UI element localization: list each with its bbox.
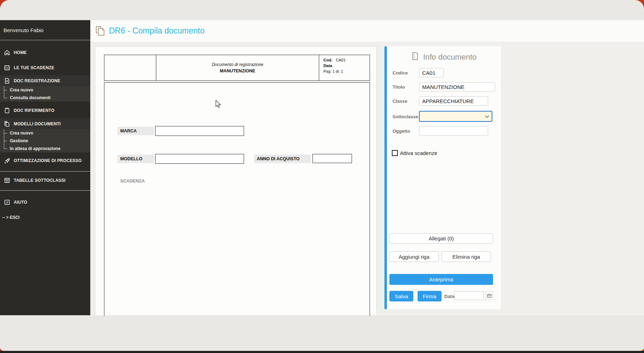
anno-di-acquisto-input[interactable]: [312, 154, 352, 163]
sidebar-item-doc-riferimento[interactable]: DOC RIFERIMENTO: [0, 105, 90, 116]
attiva-scadenze-row: Attiva scadenze: [392, 150, 437, 156]
calendar-icon: [4, 64, 11, 71]
scadenza-label: SCADENZA: [120, 179, 145, 184]
info-panel-title: Info documento: [423, 53, 477, 62]
titolo-label: Titolo: [393, 84, 405, 90]
chevron-down-icon: [485, 113, 490, 120]
info-panel: Info documento Codice Titolo Classe Sott…: [387, 46, 501, 309]
page-count-label: Pag: 1 di: 1: [323, 69, 370, 73]
sidebar-item-label: TABELLE SOTTOCLASSI: [14, 178, 66, 183]
sidebar-item-label: In attesa di approvazione: [10, 146, 60, 151]
data-field-label: Data: [444, 294, 454, 299]
sidebar-item-gestione[interactable]: Gestione: [0, 137, 90, 145]
sidebar-group-modelli-documenti: MODELLI DOCUMENTI Crea nuovo Gestione In…: [0, 118, 90, 152]
home-icon: [4, 49, 11, 56]
user-greeting: Benvenuto Fabio: [0, 20, 90, 40]
rocket-icon: [4, 157, 11, 164]
anteprima-button[interactable]: Anteprima: [389, 274, 493, 285]
sottoclasse-select[interactable]: [419, 111, 492, 122]
taskbar-strip: [0, 351, 644, 353]
documents-copy-icon: [4, 120, 11, 127]
document-copy-icon: [95, 25, 106, 38]
calendar-picker-button[interactable]: [486, 291, 493, 300]
sidebar-item-in-attesa[interactable]: In attesa di approvazione: [0, 145, 90, 152]
sidebar-item-crea-nuovo-mod[interactable]: Crea nuovo: [0, 129, 90, 137]
app-surface: Benvenuto Fabio HOME LE TUE SCADENZE DOC…: [0, 0, 644, 351]
sottoclasse-label: Sottoclasse: [393, 114, 418, 119]
info-document-icon: [411, 52, 419, 62]
info-panel-header: Info documento: [387, 52, 501, 62]
elimina-riga-button[interactable]: Elimina riga: [442, 251, 491, 262]
attiva-scadenze-label: Attiva scadenze: [400, 150, 437, 156]
salva-button[interactable]: Salva: [389, 291, 413, 301]
document-logo-cell: [104, 55, 156, 80]
oggetto-label: Oggetto: [393, 128, 410, 134]
sidebar-item-label: Gestione: [10, 138, 28, 143]
sidebar-item-tabelle-sottoclassi[interactable]: TABELLE SOTTOCLASSI: [0, 175, 90, 186]
codice-input[interactable]: [419, 68, 444, 77]
page-header: DR6 - Compila documento: [90, 20, 644, 42]
sidebar-divider: [0, 171, 90, 172]
sidebar-item-label: -- > ESCI: [2, 215, 20, 220]
page-title: DR6 - Compila documento: [109, 26, 205, 36]
document-body-table: [104, 82, 370, 316]
sidebar-item-aiuto[interactable]: ? AIUTO: [0, 197, 90, 208]
modello-label: MODELLO: [117, 155, 154, 163]
sidebar: Benvenuto Fabio HOME LE TUE SCADENZE DOC…: [0, 20, 90, 315]
sidebar-item-label: DOC RIFERIMENTO: [14, 108, 54, 113]
sidebar-item-scadenze[interactable]: LE TUE SCADENZE: [0, 62, 90, 73]
classe-input[interactable]: [419, 96, 488, 106]
anno-di-acquisto-label: ANNO DI ACQUISTO: [254, 155, 311, 163]
clipboard-icon: [4, 107, 11, 114]
marca-input[interactable]: [155, 126, 244, 136]
table-icon: [4, 177, 11, 184]
firma-button[interactable]: Firma: [418, 291, 442, 301]
cod-value: CA01: [336, 58, 346, 62]
svg-text:?: ?: [6, 201, 8, 204]
sidebar-item-label: Crea nuovo: [10, 131, 33, 136]
sidebar-item-doc-registrazione[interactable]: DOC REGISTRAZIONE: [0, 76, 90, 86]
sidebar-item-label: OTTIMIZZAZIONE DI PROCESSO: [14, 158, 82, 163]
sidebar-item-label: HOME: [14, 50, 27, 55]
codice-label: Codice: [393, 70, 408, 76]
document-preview: Documento di registrazione MANUTENZIONE …: [95, 46, 377, 315]
classe-label: Classe: [393, 98, 407, 104]
document-title-cell: Documento di registrazione MANUTENZIONE: [156, 55, 319, 80]
help-icon: ?: [4, 199, 11, 206]
sidebar-item-label: DOC REGISTRAZIONE: [14, 78, 60, 83]
titolo-input[interactable]: [419, 82, 495, 91]
sidebar-item-crea-nuovo-reg[interactable]: Crea nuovo: [0, 86, 90, 94]
sidebar-item-consulta-documenti[interactable]: Consulta documenti: [0, 94, 90, 102]
marca-label: MARCA: [117, 127, 154, 135]
sidebar-item-label: AIUTO: [14, 200, 27, 205]
document-meta-cell: Cod. CA01 Data Pag: 1 di: 1: [319, 55, 370, 80]
data-input[interactable]: [454, 291, 484, 300]
sidebar-item-ottimizzazione[interactable]: OTTIMIZZAZIONE DI PROCESSO: [0, 155, 90, 166]
sidebar-item-esci[interactable]: -- > ESCI: [0, 214, 90, 221]
date-label: Data: [323, 64, 370, 68]
sidebar-item-label: Crea nuovo: [10, 88, 33, 92]
document-title: MANUTENZIONE: [220, 68, 255, 73]
sidebar-item-home[interactable]: HOME: [0, 47, 90, 58]
document-type-label: Documento di registrazione: [212, 62, 263, 67]
cod-label: Cod.: [323, 58, 333, 62]
panel-accent-bar: [384, 46, 387, 309]
sidebar-item-label: LE TUE SCADENZE: [14, 65, 54, 70]
oggetto-input[interactable]: [419, 126, 488, 136]
sidebar-group-doc-registrazione: DOC REGISTRAZIONE Crea nuovo Consulta do…: [0, 75, 90, 102]
document-icon: [4, 77, 11, 84]
sidebar-item-label: Consulta documenti: [10, 95, 50, 100]
sidebar-divider: [0, 190, 90, 191]
attiva-scadenze-checkbox[interactable]: [392, 150, 398, 156]
allegati-button[interactable]: Allegati (0): [389, 233, 493, 244]
sidebar-item-modelli-documenti[interactable]: MODELLI DOCUMENTI: [0, 119, 90, 129]
document-header-table: Documento di registrazione MANUTENZIONE …: [104, 55, 370, 81]
sidebar-item-label: MODELLI DOCUMENTI: [14, 121, 61, 126]
modello-input[interactable]: [155, 154, 244, 164]
aggiungi-riga-button[interactable]: Aggiungi riga: [389, 251, 439, 262]
